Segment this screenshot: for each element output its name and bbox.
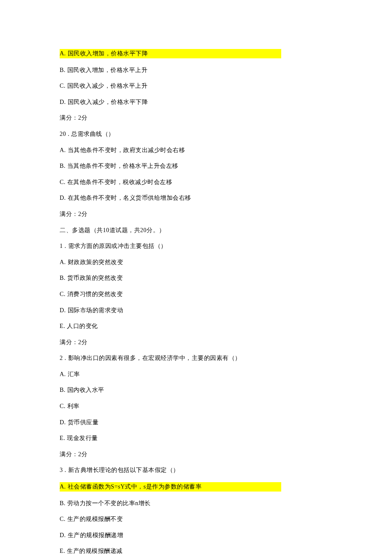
text-line: 满分：2分	[60, 450, 332, 459]
text-line: C. 国民收入减少，价格水平上升	[60, 82, 332, 90]
text-line: A. 汇率	[60, 370, 332, 379]
text-line: A. 财政政策的突然改变	[60, 258, 332, 267]
text-line: A. 当其他条件不变时，政府支出减少时会右移	[60, 146, 332, 155]
text-line: 二、多选题（共10道试题，共20分。）	[60, 226, 332, 235]
text-line: B. 国民收入增加，价格水平上升	[60, 66, 332, 75]
text-line: 1 . 需求方面的原因或冲击主要包括（）	[60, 242, 332, 250]
text-line: 20 . 总需求曲线（）	[60, 130, 332, 138]
text-line: B. 国内收入水平	[60, 386, 332, 394]
text-line: 3 . 新古典增长理论的包括以下基本假定（）	[60, 466, 332, 474]
text-line: C. 消费习惯的突然改变	[60, 290, 332, 299]
document-content: A. 国民收入增加，价格水平下降B. 国民收入增加，价格水平上升C. 国民收入减…	[60, 49, 332, 555]
text-line: C. 在其他条件不变时，税收减少时会左移	[60, 178, 332, 187]
text-line: 满分：2分	[60, 338, 332, 347]
text-line: A. 国民收入增加，价格水平下降	[60, 49, 281, 58]
text-line: A. 社会储蓄函数为S=sY式中，s是作为参数的储蓄率	[60, 482, 281, 492]
text-line: 2 . 影响净出口的因素有很多，在宏观经济学中，主要的因素有（）	[60, 354, 332, 362]
text-line: B. 货币政策的突然改变	[60, 274, 332, 282]
text-line: C. 利率	[60, 402, 332, 411]
text-line: B. 劳动力按一个不变的比率n增长	[60, 499, 332, 508]
text-line: D. 国际市场的需求变动	[60, 306, 332, 315]
text-line: D. 货币供应量	[60, 418, 332, 427]
text-line: E. 人口的变化	[60, 322, 332, 331]
text-line: 满分：2分	[60, 114, 332, 122]
text-line: D. 在其他条件不变时，名义货币供给增加会右移	[60, 194, 332, 202]
text-line: 满分：2分	[60, 210, 332, 219]
text-line: E. 现金发行量	[60, 434, 332, 443]
text-line: D. 国民收入减少，价格水平下降	[60, 98, 332, 106]
text-line: D. 生产的规模报酬递增	[60, 531, 332, 540]
text-line: B. 当其他条件不变时，价格水平上升会左移	[60, 162, 332, 170]
text-line: E. 生产的规模报酬递减	[60, 547, 332, 555]
text-line: C. 生产的规模报酬不变	[60, 515, 332, 523]
